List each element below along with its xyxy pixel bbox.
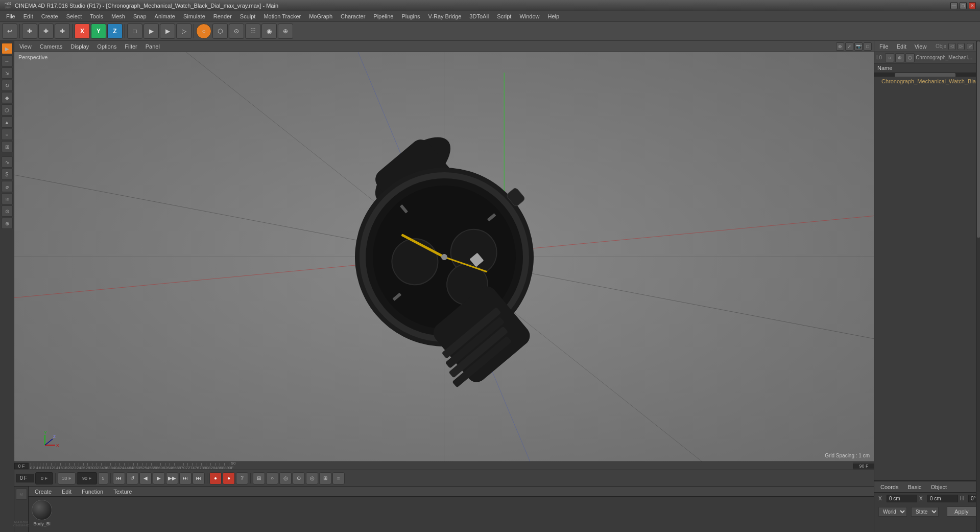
prop-tab-coords[interactable]: Coords [876, 483, 902, 491]
minimize-button[interactable]: — [950, 2, 958, 9]
menu-item-3dtoall[interactable]: 3DToAll [465, 12, 493, 20]
grid-tool-btn[interactable]: ⊞ [2, 141, 13, 152]
go-to-start-btn[interactable]: ⏮ [113, 472, 125, 484]
obj-tool-btn-2[interactable]: ⬡ [212, 24, 228, 39]
menu-item-motion-tracker[interactable]: Motion Tracker [259, 12, 305, 20]
rp-toolbar-icon-2[interactable]: ⊕ [895, 53, 904, 62]
rp-toolbar-icon-3[interactable]: ⬡ [905, 53, 915, 62]
go-to-end-btn[interactable]: ⏭ [193, 472, 205, 484]
right-panel-scrollbar[interactable] [874, 73, 976, 77]
rp-icon-2[interactable]: ▷ [958, 43, 965, 50]
menu-item-plugins[interactable]: Plugins [397, 12, 424, 20]
pb-icon-1[interactable]: ⊞ [253, 472, 265, 484]
move-tool-btn[interactable]: ↔ [2, 55, 13, 66]
play-back-btn[interactable]: ◀ [139, 472, 152, 484]
menu-item-render[interactable]: Render [209, 12, 236, 20]
menu-item-simulate[interactable]: Simulate [179, 12, 209, 20]
x-input[interactable] [887, 495, 917, 502]
world-dropdown[interactable]: World [878, 507, 907, 517]
vp-menu-view[interactable]: View [16, 42, 35, 51]
vp-icon-crosshair[interactable]: ⊕ [836, 42, 844, 51]
mat-tab-texture[interactable]: Texture [109, 488, 136, 496]
rotate-tool-btn[interactable]: ↻ [2, 80, 13, 91]
select-tool-btn[interactable]: ▶ [2, 43, 13, 54]
menu-item-window[interactable]: Window [515, 12, 543, 20]
obj-tool-btn-3[interactable]: ⊙ [229, 24, 244, 39]
z-axis-button[interactable]: Z [107, 24, 123, 39]
step-fwd-btn[interactable]: ⏭ [179, 472, 192, 484]
mat-tab-function[interactable]: Function [78, 488, 107, 496]
state-dropdown[interactable]: State [911, 507, 939, 517]
maximize-button[interactable]: □ [960, 2, 967, 9]
x-axis-button[interactable]: X [75, 24, 90, 39]
menu-item-animate[interactable]: Animate [151, 12, 179, 20]
prop-tab-object[interactable]: Object [926, 483, 951, 491]
rp-icon-3[interactable]: ⤢ [967, 43, 974, 50]
render-preview-btn[interactable]: ▶ [144, 24, 159, 39]
current-frame-display[interactable]: 0 F [16, 474, 34, 482]
rp-toolbar-icon-1[interactable]: ○ [885, 53, 894, 62]
rp-tab-view[interactable]: View [912, 42, 930, 51]
pb-icon-2[interactable]: ○ [266, 472, 278, 484]
pb-icon-4[interactable]: ⊙ [293, 472, 305, 484]
viewport[interactable]: Perspective Grid Spacing : 1 cm X Y Z [14, 52, 874, 461]
menu-item-file[interactable]: File [2, 12, 19, 20]
vp-menu-panel[interactable]: Panel [142, 42, 163, 51]
play-btn[interactable]: ▶ [153, 472, 165, 484]
render-btn[interactable]: ▶ [160, 24, 175, 39]
pb-icon-5[interactable]: ◎ [306, 472, 318, 484]
menu-item-script[interactable]: Script [493, 12, 515, 20]
x2-input[interactable] [927, 495, 958, 502]
pb-icon-7[interactable]: ≡ [332, 472, 345, 484]
menu-item-character[interactable]: Character [337, 12, 369, 20]
right-scrollbar[interactable] [976, 41, 980, 532]
lattice-tool-btn[interactable]: ≋ [2, 193, 13, 204]
menu-item-mesh[interactable]: Mesh [107, 12, 129, 20]
prop-tab-basic[interactable]: Basic [903, 483, 925, 491]
axis-tool-btn[interactable]: ⊙ [2, 205, 13, 217]
menu-item-pipeline[interactable]: Pipeline [369, 12, 397, 20]
render-to-po-btn[interactable]: ▷ [176, 24, 192, 39]
menu-item-tools[interactable]: Tools [86, 12, 107, 20]
timeline-ruler[interactable]: // Will be generated by JS below 0246810… [29, 462, 853, 470]
obj-tool-btn-5[interactable]: ◉ [261, 24, 277, 39]
spline-tool-btn[interactable]: $ [2, 169, 13, 180]
menu-item-snap[interactable]: Snap [129, 12, 151, 20]
record-btn[interactable]: ● [209, 472, 222, 484]
boolean-tool-btn[interactable]: ⌀ [2, 181, 13, 192]
vp-menu-filter[interactable]: Filter [122, 42, 140, 51]
help-btn[interactable]: ? [236, 472, 248, 484]
apply-button[interactable]: Apply [947, 506, 976, 517]
vertex-tool-btn[interactable]: ▲ [2, 117, 13, 128]
menu-item-select[interactable]: Select [62, 12, 86, 20]
pb-icon-3[interactable]: ◎ [279, 472, 292, 484]
scale-tool-btn[interactable]: ⇲ [2, 67, 13, 79]
menu-item-edit[interactable]: Edit [19, 12, 37, 20]
obj-tool-btn-6[interactable]: ⊕ [278, 24, 293, 39]
render-region-btn[interactable]: □ [127, 24, 142, 39]
close-button[interactable]: ✕ [969, 2, 976, 9]
vp-icon-expand[interactable]: ⤢ [845, 42, 853, 51]
toolbar-btn-2[interactable]: ✚ [38, 24, 54, 39]
end-frame-display[interactable]: 90 F [77, 472, 97, 484]
menu-item-sculpt[interactable]: Sculpt [236, 12, 260, 20]
y-axis-button[interactable]: Y [91, 24, 106, 39]
menu-item-mograph[interactable]: MoGraph [305, 12, 337, 20]
record-auto-btn[interactable]: ● [223, 472, 235, 484]
mat-tab-create[interactable]: Create [31, 488, 56, 496]
menu-item-v-ray-bridge[interactable]: V-Ray Bridge [424, 12, 466, 20]
mat-tab-edit[interactable]: Edit [58, 488, 76, 496]
vp-icon-camera[interactable]: 📷 [854, 42, 863, 51]
rp-icon-1[interactable]: ◁ [948, 43, 955, 50]
undo-button[interactable]: ↩ [2, 24, 17, 39]
menu-item-create[interactable]: Create [37, 12, 62, 20]
new-obj-button[interactable]: ✚ [22, 24, 37, 39]
obj-tool-btn-1[interactable]: ○ [196, 24, 211, 39]
frame-input[interactable]: 0 F [35, 472, 53, 484]
rp-tab-edit[interactable]: Edit [894, 42, 910, 51]
object-list-item[interactable]: Chronograph_Mechanical_Watch_Black_ [874, 77, 976, 86]
pb-icon-6[interactable]: ⊞ [319, 472, 331, 484]
obj-tool-btn-4[interactable]: ☷ [245, 24, 260, 39]
vp-menu-display[interactable]: Display [67, 42, 92, 51]
uv-tool-btn[interactable]: ○ [2, 129, 13, 140]
